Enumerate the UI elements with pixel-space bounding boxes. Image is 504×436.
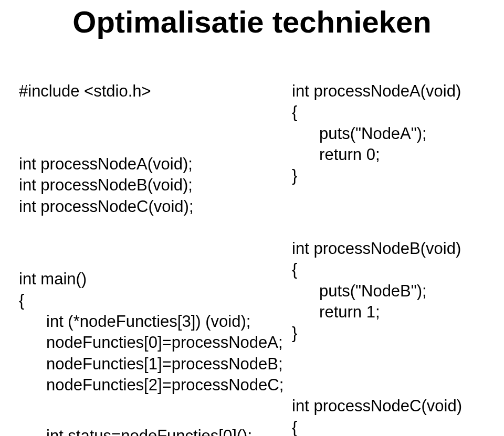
prototypes-block: int processNodeA(void); int processNodeB… [19, 133, 286, 238]
func-c-block: int processNodeC(void) { puts("Node"); r… [292, 375, 485, 436]
func-b-block: int processNodeB(void) { puts("NodeB"); … [292, 217, 485, 365]
slide: Optimalisatie technieken #include <stdio… [0, 0, 504, 436]
code-line: return 0; [292, 145, 380, 164]
code-line: int processNodeB(void) [292, 239, 461, 258]
slide-title: Optimalisatie technieken [19, 5, 485, 39]
code-line: puts("NodeA"); [292, 124, 427, 143]
main-block: int main() { int (*nodeFuncties[3]) (voi… [19, 248, 286, 436]
code-columns: #include <stdio.h> int processNodeA(void… [19, 60, 485, 436]
code-line: nodeFuncties[0]=processNodeA; [19, 333, 283, 352]
func-a-block: int processNodeA(void) { puts("NodeA"); … [292, 60, 485, 208]
code-line: return 1; [292, 303, 380, 321]
code-line: int processNodeC(void) [292, 397, 462, 415]
code-line: int processNodeA(void) [292, 82, 461, 100]
code-line: } [292, 166, 297, 185]
code-line: puts("NodeB"); [292, 282, 427, 300]
code-line: int main() [19, 270, 87, 288]
code-line: { [19, 291, 24, 310]
code-line: nodeFuncties[2]=processNodeC; [19, 376, 284, 394]
code-line: { [292, 260, 297, 279]
code-line: int (*nodeFuncties[3]) (void); [19, 312, 250, 331]
code-line: int processNodeC(void); [19, 197, 194, 216]
code-line: int status=nodeFuncties[0](); [19, 427, 252, 436]
code-line: { [292, 418, 297, 436]
code-line: #include <stdio.h> [19, 82, 151, 100]
include-block: #include <stdio.h> [19, 60, 286, 123]
code-line: int processNodeB(void); [19, 176, 193, 194]
code-line: { [292, 103, 297, 121]
left-column: #include <stdio.h> int processNodeA(void… [19, 60, 286, 436]
right-column: int processNodeA(void) { puts("NodeA"); … [286, 60, 485, 436]
code-line: } [292, 324, 297, 342]
code-line: nodeFuncties[1]=processNodeB; [19, 355, 283, 373]
code-line: int processNodeA(void); [19, 155, 193, 173]
